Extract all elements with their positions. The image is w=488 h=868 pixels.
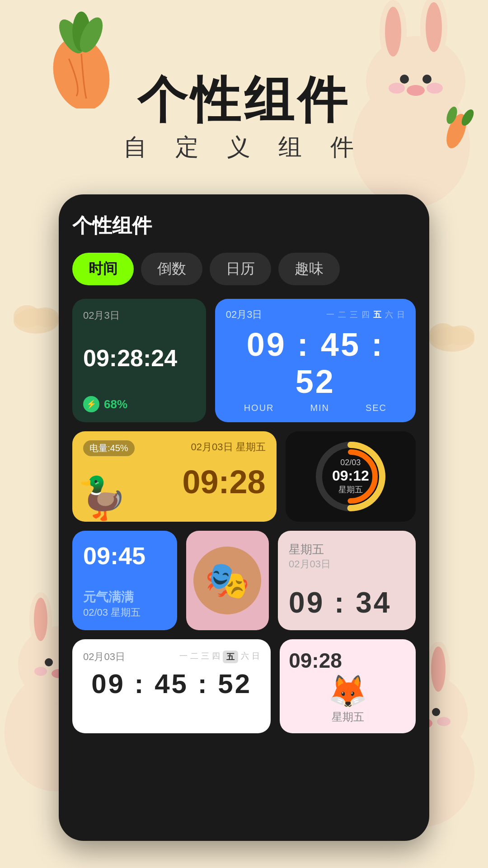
avatar-icon: 🎭 [193, 547, 261, 614]
tab-fun[interactable]: 趣味 [278, 253, 340, 285]
main-title: 个性组件 [0, 72, 488, 127]
app-header: 个性组件 [72, 212, 416, 239]
w5-date: 02/03 星期五 [83, 606, 166, 619]
w2-time: 09 : 45 : 52 [226, 326, 405, 400]
widget-grid: 02月3日 09:28:24 ⚡ 68% 02月3日 一 二 三 四 五 [72, 299, 416, 733]
svg-point-25 [45, 658, 53, 666]
w8-day: 星期五 [332, 710, 364, 724]
week-sun: 日 [397, 309, 405, 320]
week-sat: 六 [385, 309, 393, 320]
w2-sec-label: SEC [366, 403, 387, 413]
w2-week-dots: 一 二 三 四 五 六 日 [326, 309, 405, 320]
w4-day: 星期五 [332, 484, 369, 495]
w1-battery-row: ⚡ 68% [83, 396, 195, 412]
w7-time: 09 : 45 : 52 [83, 668, 260, 699]
w7-thu: 四 [212, 651, 220, 663]
battery-icon: ⚡ [83, 396, 99, 412]
duck-icon: 🦆 [77, 474, 127, 522]
w6-time: 09 : 34 [289, 586, 405, 619]
svg-point-28 [34, 667, 47, 676]
w6-date: 02月03日 [289, 557, 405, 571]
w2-min-label: MIN [310, 403, 329, 413]
tab-time[interactable]: 时间 [72, 253, 134, 285]
svg-point-43 [32, 307, 59, 327]
week-mon: 一 [326, 309, 334, 320]
widget-row-4: 02月03日 一 二 三 四 五 六 日 09 : 45 : 52 09:28 [72, 639, 416, 733]
week-fri: 五 [373, 309, 381, 320]
phone-mockup: 个性组件 时间 倒数 日历 趣味 02月3日 09:28:24 ⚡ 68% 02 [59, 194, 429, 841]
w7-week-row: 一 二 三 四 五 六 日 [179, 651, 260, 663]
title-area: 个性组件 自 定 义 组 件 [0, 72, 488, 163]
ring-clock-outer: 02/03 09:12 星期五 [314, 440, 387, 513]
svg-point-35 [431, 646, 446, 692]
svg-point-46 [447, 326, 474, 345]
week-wed: 三 [350, 309, 358, 320]
w7-fri: 五 [223, 651, 238, 663]
tab-countdown[interactable]: 倒数 [141, 253, 202, 285]
w3-battery: 电量:45% [83, 440, 135, 456]
w1-time: 09:28:24 [83, 344, 195, 372]
widget-fox[interactable]: 09:28 🦊 星期五 [280, 639, 416, 733]
w1-battery: 68% [104, 397, 127, 411]
w7-mon: 一 [179, 651, 188, 663]
widget-row-2: 电量:45% 02月03日 星期五 09:28 🦆 [72, 431, 416, 522]
svg-point-8 [385, 7, 401, 57]
tab-bar: 时间 倒数 日历 趣味 [72, 253, 416, 285]
week-tue: 二 [338, 309, 346, 320]
widget-ring-clock[interactable]: 02/03 09:12 星期五 [286, 431, 416, 522]
widget-blue-simple[interactable]: 09:45 元气满满 02/03 星期五 [72, 531, 177, 630]
w7-tue: 二 [190, 651, 198, 663]
svg-point-40 [437, 717, 450, 726]
w4-time: 09:12 [332, 467, 369, 484]
widget-blue-clock[interactable]: 02月3日 一 二 三 四 五 六 日 09 : 45 : 52 HOUR MI… [215, 299, 416, 422]
w2-hour-label: HOUR [244, 403, 274, 413]
widget-pink-time[interactable]: 星期五 02月03日 09 : 34 [278, 531, 416, 630]
w2-date-row: 02月3日 一 二 三 四 五 六 日 [226, 308, 405, 321]
w4-date: 02/03 [332, 458, 369, 467]
w7-wed: 三 [201, 651, 209, 663]
w5-time: 09:45 [83, 542, 166, 570]
w8-time: 09:28 [289, 648, 342, 673]
w1-date: 02月3日 [83, 309, 195, 322]
tab-calendar[interactable]: 日历 [210, 253, 271, 285]
w2-date: 02月3日 [226, 308, 263, 321]
widget-dark-time[interactable]: 02月3日 09:28:24 ⚡ 68% [72, 299, 206, 422]
svg-point-10 [426, 2, 442, 52]
svg-point-22 [34, 598, 47, 641]
widget-row-1: 02月3日 09:28:24 ⚡ 68% 02月3日 一 二 三 四 五 [72, 299, 416, 422]
app-title: 个性组件 [72, 212, 152, 239]
w2-labels: HOUR MIN SEC [226, 403, 405, 413]
w6-day: 星期五 [289, 542, 405, 557]
widget-duck[interactable]: 电量:45% 02月03日 星期五 09:28 🦆 [72, 431, 277, 522]
w7-date: 02月03日 [83, 650, 125, 664]
sub-title: 自 定 义 组 件 [0, 132, 488, 163]
w7-sun: 日 [252, 651, 260, 663]
w7-date-row: 02月03日 一 二 三 四 五 六 日 [83, 650, 260, 664]
widget-row-3: 09:45 元气满满 02/03 星期五 🎭 星期五 02月03日 09 : 3… [72, 531, 416, 630]
w3-date: 02月03日 星期五 [191, 440, 266, 454]
week-thu: 四 [361, 309, 370, 320]
w5-slogan: 元气满满 [83, 589, 166, 606]
widget-avatar[interactable]: 🎭 [186, 531, 269, 630]
w7-sat: 六 [241, 651, 249, 663]
ring-inner: 02/03 09:12 星期五 [332, 458, 369, 495]
fox-icon: 🦊 [328, 673, 367, 710]
widget-white-clock[interactable]: 02月03日 一 二 三 四 五 六 日 09 : 45 : 52 [72, 639, 271, 733]
svg-point-37 [432, 708, 440, 716]
